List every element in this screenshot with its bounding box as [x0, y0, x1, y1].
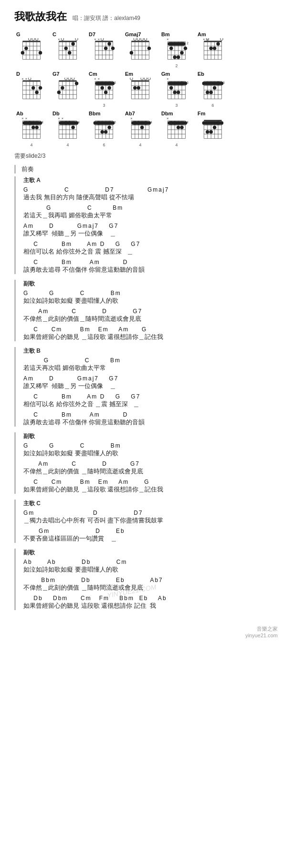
chord-line: Gm D Eb: [23, 528, 278, 534]
chord-line: C Cm Bm Em Am G: [23, 326, 278, 333]
svg-point-333: [216, 121, 219, 124]
chord-name: Ab: [14, 111, 23, 116]
svg-point-276: [107, 126, 111, 129]
chord-box-ab7: Ab74×4: [123, 111, 157, 147]
barre-fret-label: 4: [66, 143, 69, 147]
chord-name: C: [51, 31, 56, 37]
chord-diagram: 4××: [18, 117, 45, 142]
svg-point-332: [213, 126, 216, 129]
svg-point-329: [202, 121, 206, 124]
svg-point-312: [173, 121, 177, 124]
svg-point-106: [209, 47, 213, 50]
svg-point-86: [169, 47, 173, 50]
svg-point-164: [111, 82, 115, 85]
chord-diagram: [127, 78, 154, 102]
svg-rect-54: [131, 41, 149, 42]
lyric-line: 相信可以名 給你弦外之音 ＿震 撼至深 ＿: [23, 400, 278, 408]
chord-line: C Cm Bm Em Am G: [23, 479, 278, 485]
chord-name: Em: [123, 71, 133, 77]
chord-name: Bbm: [87, 111, 100, 116]
svg-point-313: [177, 126, 180, 129]
svg-text:×: ×: [21, 117, 23, 121]
barre-fret-label: 4: [30, 143, 32, 147]
svg-point-237: [31, 126, 35, 129]
svg-point-274: [101, 130, 104, 133]
svg-text:×: ×: [98, 38, 100, 41]
chord-name: Ab7: [123, 111, 135, 116]
section-label: 主歌 C: [23, 500, 278, 508]
svg-point-236: [28, 121, 31, 124]
svg-point-140: [57, 91, 61, 94]
barre-fret-label: 6: [103, 143, 105, 147]
svg-point-31: [61, 38, 64, 41]
barre-fret-label: 2: [175, 63, 177, 68]
lyric-line: 如泣如詩如歌如癡 要盡唱懂人的歌: [23, 449, 278, 458]
svg-point-15: [29, 38, 31, 41]
svg-text:×: ×: [94, 78, 96, 81]
svg-point-295: [144, 121, 147, 124]
svg-point-181: [144, 78, 147, 80]
chord-name: Cm: [87, 71, 97, 77]
svg-point-109: [220, 38, 223, 41]
section-label: 副歌: [23, 549, 278, 557]
chord-box-fm: Fm: [196, 111, 230, 147]
barre-fret-label: 4: [175, 143, 177, 147]
svg-point-71: [147, 47, 151, 50]
svg-point-163: [107, 86, 111, 90]
svg-rect-84: [167, 42, 185, 45]
lyric-line: 不偉然＿此刻的價值＿隨時間流逝或會見底: [23, 315, 278, 323]
svg-point-125: [31, 86, 35, 90]
svg-point-67: [137, 38, 140, 41]
chord-name: Gmaj7: [123, 31, 141, 37]
svg-point-34: [71, 42, 74, 45]
lyric-line: 相信可以名 給你弦外之音 震 撼至深 ＿: [23, 247, 278, 256]
svg-point-144: [72, 78, 74, 80]
svg-point-239: [39, 121, 42, 124]
svg-text:×: ×: [58, 117, 60, 121]
svg-point-296: [147, 121, 151, 124]
svg-text:×: ×: [25, 78, 27, 81]
svg-text:×: ×: [167, 78, 168, 81]
svg-point-220: [220, 82, 223, 85]
svg-point-50: [101, 38, 104, 41]
chord-diagram: 4××: [54, 117, 81, 142]
svg-point-294: [140, 126, 144, 129]
chord-line: C Bm Am D G G7: [23, 241, 278, 247]
chord-diagram: ××: [91, 38, 117, 63]
chord-diagram: 4×: [127, 117, 154, 142]
svg-point-145: [75, 82, 78, 85]
svg-rect-0: [22, 41, 40, 42]
lyric-line: 如果曾經留心的聽見 ＿這段歌 還很想請你＿記住我: [23, 485, 278, 494]
svg-text:×: ×: [130, 117, 132, 121]
svg-point-198: [173, 91, 177, 94]
chord-name: Bm: [159, 31, 170, 37]
svg-point-179: [137, 86, 140, 90]
section-block-3: 主歌 B G C Bm若這天再次唱 媚俗歌曲太平常Am D Gmaj7 G7誰又…: [14, 347, 278, 427]
svg-point-17: [35, 38, 38, 41]
svg-point-33: [68, 51, 71, 54]
chord-diagrams: GC×D7××Gmaj7Bm2×2Am××D××G7Cm3××3EmGm3×3E…: [14, 31, 278, 147]
chord-name: G: [14, 31, 21, 37]
chord-box-em: Em: [123, 71, 157, 108]
chord-box-g7: G7: [51, 71, 85, 108]
chord-diagram: 4×: [163, 117, 190, 142]
svg-point-68: [141, 38, 144, 41]
prelude-label: 前奏: [14, 165, 278, 174]
svg-text:×: ×: [98, 78, 100, 81]
chord-box-eb: Eb66: [196, 71, 230, 108]
sections-container: 前奏主歌 AG C D7 Gmaj7過去我 無目的方向 隨便高聲唱 從不怯場 G…: [14, 165, 278, 610]
svg-point-108: [216, 42, 219, 45]
svg-text:2: 2: [187, 41, 188, 45]
slide-note: 需要slide2/3: [14, 152, 278, 160]
svg-point-219: [216, 82, 219, 85]
chord-diagram: ×: [54, 38, 81, 63]
svg-point-177: [130, 78, 133, 80]
chord-diagram: 6: [199, 78, 226, 102]
svg-point-89: [180, 51, 183, 54]
svg-point-124: [29, 78, 31, 80]
svg-point-180: [141, 78, 144, 80]
chord-name: Eb: [196, 71, 204, 77]
svg-point-293: [137, 121, 140, 124]
chord-diagram: 3××: [91, 78, 117, 102]
svg-point-127: [39, 86, 42, 90]
